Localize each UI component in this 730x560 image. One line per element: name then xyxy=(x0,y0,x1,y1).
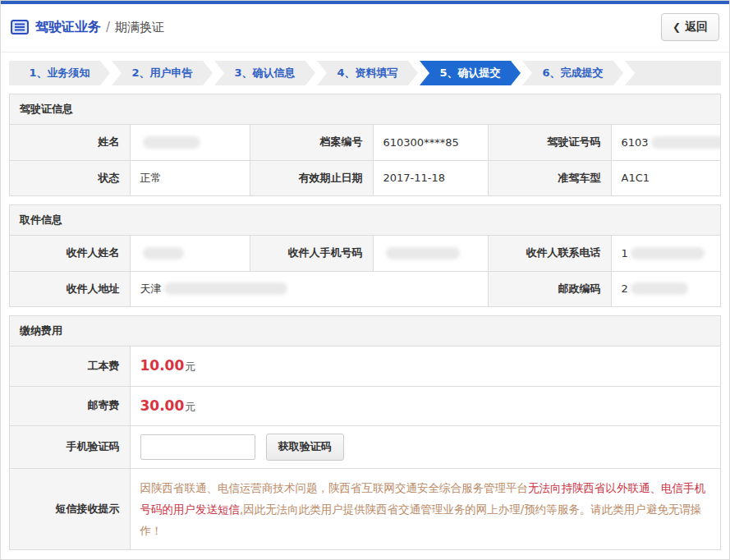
step-1-business-notice[interactable]: 1、业务须知 xyxy=(9,61,110,85)
redaction-smudge xyxy=(386,247,460,259)
recipient-name-value xyxy=(130,236,250,271)
pickup-info-table: 收件人姓名 收件人手机号码 收件人联系电话 1 收件人地址 天津 邮政编码 2 xyxy=(10,236,720,306)
vehicle-class-value: A1C1 xyxy=(611,160,720,195)
work-fee-value: 10.00元 xyxy=(130,347,720,386)
pickup-info-section: 取件信息 收件人姓名 收件人手机号码 收件人联系电话 1 收件人地址 天津 邮政… xyxy=(9,204,721,307)
redaction-smudge xyxy=(631,247,705,259)
license-info-table: 姓名 档案编号 610300****85 驾驶证号码 6103 状态 正常 有效… xyxy=(10,125,720,195)
page-title: 驾驶证业务 xyxy=(35,19,101,36)
work-fee-label: 工本费 xyxy=(10,347,130,386)
status-value: 正常 xyxy=(130,160,250,195)
fees-section: 缴纳费用 工本费 10.00元 邮寄费 30.00元 手机验证码 获取验证码 短… xyxy=(9,315,721,550)
table-row: 工本费 10.00元 xyxy=(10,347,720,386)
page: 驾驶证业务 / 期满换证 ❮ 返回 1、业务须知 2、用户申告 3、确认信息 4… xyxy=(0,0,730,560)
sms-tip-label: 短信接收提示 xyxy=(10,468,130,549)
back-button-label: 返回 xyxy=(685,20,708,34)
license-no-label: 驾驶证号码 xyxy=(488,125,611,160)
mail-fee-amount: 30.00 xyxy=(140,397,185,414)
recipient-address-value: 天津 xyxy=(130,271,488,306)
file-no-label: 档案编号 xyxy=(250,125,373,160)
pickup-section-title: 取件信息 xyxy=(10,205,720,236)
license-info-section: 驾驶证信息 姓名 档案编号 610300****85 驾驶证号码 6103 状态… xyxy=(9,94,721,196)
file-no-value: 610300****85 xyxy=(373,125,488,160)
sms-tip-text: 因陕西省联通、电信运营商技术问题，陕西省互联网交通安全综合服务管理平台无法向持陕… xyxy=(130,468,720,549)
vehicle-class-label: 准驾车型 xyxy=(488,160,611,195)
sms-code-input[interactable] xyxy=(140,434,255,460)
table-row: 状态 正常 有效期止日期 2017-11-18 准驾车型 A1C1 xyxy=(10,160,720,195)
step-4-fill-material[interactable]: 4、资料填写 xyxy=(317,61,418,85)
recipient-mobile-label: 收件人手机号码 xyxy=(250,236,373,271)
redaction-smudge xyxy=(143,136,200,149)
back-button[interactable]: ❮ 返回 xyxy=(661,13,719,41)
recipient-name-label: 收件人姓名 xyxy=(10,236,130,271)
postal-code-label: 邮政编码 xyxy=(488,271,611,306)
redaction-smudge xyxy=(164,282,287,295)
mail-fee-label: 邮寄费 xyxy=(10,386,130,425)
expiry-label: 有效期止日期 xyxy=(250,160,373,195)
table-row: 姓名 档案编号 610300****85 驾驶证号码 6103 xyxy=(10,125,720,160)
status-label: 状态 xyxy=(10,160,130,195)
step-3-confirm-info[interactable]: 3、确认信息 xyxy=(214,61,315,85)
name-label: 姓名 xyxy=(10,125,130,160)
fees-section-title: 缴纳费用 xyxy=(10,316,720,347)
page-subtitle: 期满换证 xyxy=(115,20,164,35)
license-section-title: 驾驶证信息 xyxy=(10,94,720,125)
license-no-value: 6103 xyxy=(611,125,720,160)
expiry-value: 2017-11-18 xyxy=(373,160,488,195)
mail-fee-unit: 元 xyxy=(185,401,195,413)
work-fee-unit: 元 xyxy=(185,360,195,373)
sms-code-cell: 获取验证码 xyxy=(130,425,720,468)
title-divider: / xyxy=(106,20,110,34)
title-group: 驾驶证业务 / 期满换证 xyxy=(11,19,164,36)
recipient-mobile-value xyxy=(373,236,488,271)
fees-table: 工本费 10.00元 邮寄费 30.00元 手机验证码 获取验证码 短信接收提示… xyxy=(10,347,720,549)
step-6-finish-submit[interactable]: 6、完成提交 xyxy=(522,61,623,85)
step-progress-bar: 1、业务须知 2、用户申告 3、确认信息 4、资料填写 5、确认提交 6、完成提… xyxy=(9,61,721,85)
name-value xyxy=(130,125,250,160)
recipient-address-label: 收件人地址 xyxy=(10,271,130,306)
step-bar-filler xyxy=(625,61,721,85)
table-row: 短信接收提示 因陕西省联通、电信运营商技术问题，陕西省互联网交通安全综合服务管理… xyxy=(10,468,720,549)
work-fee-amount: 10.00 xyxy=(140,357,185,374)
get-code-button[interactable]: 获取验证码 xyxy=(266,434,344,461)
mail-fee-value: 30.00元 xyxy=(130,386,720,425)
redaction-smudge xyxy=(631,282,688,295)
table-row: 邮寄费 30.00元 xyxy=(10,386,720,425)
table-row: 收件人姓名 收件人手机号码 收件人联系电话 1 xyxy=(10,236,720,271)
recipient-phone-value: 1 xyxy=(611,236,720,271)
step-2-user-declaration[interactable]: 2、用户申告 xyxy=(112,61,213,85)
back-chevron-icon: ❮ xyxy=(673,21,681,33)
postal-code-value: 2 xyxy=(611,271,720,306)
sms-code-label: 手机验证码 xyxy=(10,425,130,468)
table-row: 手机验证码 获取验证码 xyxy=(10,425,720,468)
table-row: 收件人地址 天津 邮政编码 2 xyxy=(10,271,720,306)
header: 驾驶证业务 / 期满换证 ❮ 返回 xyxy=(1,4,729,53)
step-5-confirm-submit[interactable]: 5、确认提交 xyxy=(420,61,521,85)
redaction-smudge xyxy=(143,247,184,259)
sms-tip-part1: 因陕西省联通、电信运营商技术问题，陕西省互联网交通安全综合服务管理平台 xyxy=(140,481,529,494)
recipient-phone-label: 收件人联系电话 xyxy=(488,236,611,271)
license-list-icon xyxy=(11,20,29,34)
redaction-smudge xyxy=(651,136,720,149)
